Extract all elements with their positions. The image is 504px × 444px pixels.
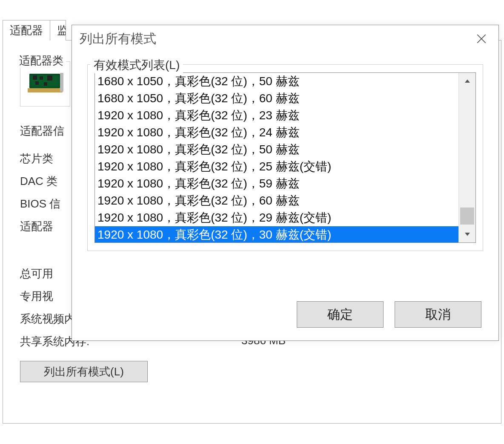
valid-modes-legend: 有效模式列表(L) — [90, 57, 183, 73]
modes-listbox[interactable]: 1680 x 1050，真彩色(32 位)，50 赫兹1680 x 1050，真… — [94, 72, 476, 243]
mode-item[interactable]: 1920 x 1080，真彩色(32 位)，50 赫兹 — [95, 141, 458, 158]
mode-item[interactable]: 1680 x 1050，真彩色(32 位)，60 赫兹 — [95, 90, 458, 107]
scrollbar[interactable] — [458, 73, 475, 242]
mode-item[interactable]: 1920 x 1080，真彩色(32 位)，29 赫兹(交错) — [95, 209, 458, 226]
mode-item[interactable]: 1920 x 1080，真彩色(32 位)，25 赫兹(交错) — [95, 158, 458, 175]
mode-item[interactable]: 1920 x 1080，真彩色(32 位)，23 赫兹 — [95, 107, 458, 124]
valid-modes-fieldset: 有效模式列表(L) 1680 x 1050，真彩色(32 位)，50 赫兹168… — [87, 64, 483, 251]
scroll-up-icon[interactable] — [459, 73, 475, 90]
adapter-info-label: 适配器信 — [20, 124, 64, 137]
tab-monitor[interactable]: 监 — [50, 20, 66, 40]
mode-item[interactable]: 1920 x 1080，真彩色(32 位)，60 赫兹 — [95, 192, 458, 209]
mode-item[interactable]: 1680 x 1050，真彩色(32 位)，50 赫兹 — [95, 73, 458, 90]
scroll-track[interactable] — [459, 90, 475, 225]
mode-item[interactable]: 1920 x 1080，真彩色(32 位)，30 赫兹(交错) — [95, 226, 458, 242]
dialog-titlebar: 列出所有模式 — [72, 25, 498, 52]
adapter-card-icon — [25, 69, 67, 98]
scroll-down-icon[interactable] — [459, 225, 475, 242]
mode-item[interactable]: 1920 x 1080，真彩色(32 位)，59 赫兹 — [95, 175, 458, 192]
dialog-body: 有效模式列表(L) 1680 x 1050，真彩色(32 位)，50 赫兹168… — [72, 52, 498, 289]
ok-button[interactable]: 确定 — [297, 301, 384, 328]
list-all-modes-button[interactable]: 列出所有模式(L) — [20, 361, 148, 382]
adapter-type-label: 适配器类 — [17, 53, 66, 68]
cancel-button[interactable]: 取消 — [395, 301, 481, 328]
close-icon[interactable] — [472, 29, 491, 48]
mode-item[interactable]: 1920 x 1080，真彩色(32 位)，24 赫兹 — [95, 124, 458, 141]
list-all-modes-dialog: 列出所有模式 有效模式列表(L) 1680 x 1050，真彩色(32 位)，5… — [72, 25, 499, 341]
tab-adapter[interactable]: 适配器 — [3, 20, 50, 40]
dialog-button-row: 确定 取消 — [72, 289, 498, 340]
dialog-title: 列出所有模式 — [80, 30, 472, 48]
scroll-thumb[interactable] — [460, 208, 474, 225]
modes-list-viewport: 1680 x 1050，真彩色(32 位)，50 赫兹1680 x 1050，真… — [95, 73, 458, 242]
